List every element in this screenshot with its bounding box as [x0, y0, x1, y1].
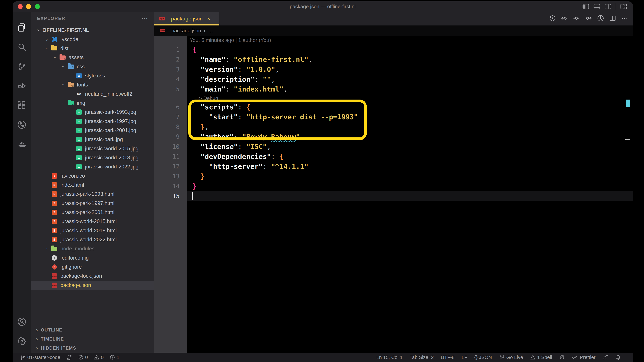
tree-item-style-css[interactable]: 3style.css [31, 71, 154, 80]
status-0[interactable]: 0 [94, 355, 104, 360]
sidebar-sections: ›OUTLINE›TIMELINE›HIDDEN ITEMS [31, 326, 154, 353]
breadcrumb-file[interactable]: package.json [172, 28, 201, 33]
code-line-11[interactable]: "devDependencies": { [187, 151, 633, 161]
tree-item-jurassic-park-1997-html[interactable]: 5jurassic-park-1997.html [31, 199, 154, 208]
tree-item--vscode[interactable]: ›.vscode [31, 35, 154, 44]
breadcrumb[interactable]: npm package.json › … [154, 25, 633, 36]
status-utf-8[interactable]: UTF-8 [441, 355, 454, 360]
tree-item-favicon-ico[interactable]: ★favicon.ico [31, 171, 154, 180]
tree-item-jurassic-park-2001-jpg[interactable]: ▲jurassic-park-2001.jpg [31, 126, 154, 135]
tree-item-jurassic-park-1997-jpg[interactable]: ▲jurassic-park-1997.jpg [31, 117, 154, 126]
open-change-icon[interactable] [573, 14, 580, 23]
toggle-panel-icon[interactable] [594, 4, 600, 9]
sidebar-section-outline[interactable]: ›OUTLINE [31, 326, 154, 335]
code-line-3[interactable]: "version": "1.0.0", [187, 64, 633, 74]
activitybar-search-icon[interactable] [12, 37, 31, 57]
tree-item-package-json[interactable]: npmpackage.json [31, 281, 154, 290]
breadcrumb-more[interactable]: … [208, 28, 213, 33]
tree-item-jurassic-park-2001-html[interactable]: 5jurassic-park-2001.html [31, 208, 154, 217]
activitybar-docker-icon[interactable] [12, 134, 31, 154]
tree-item-neuland-inline-woff2[interactable]: Aaneuland_inline.woff2 [31, 89, 154, 98]
activitybar-settings-icon[interactable] [12, 332, 31, 351]
tree-item-package-lock-json[interactable]: npmpackage-lock.json [31, 272, 154, 281]
status-label: Ln 15, Col 1 [376, 355, 402, 360]
tree-item-label: .vscode [60, 36, 78, 42]
status-prettier[interactable]: Prettier [572, 355, 596, 360]
activitybar-run-debug-icon[interactable] [12, 76, 31, 95]
tree-item-assets[interactable]: ›▤assets [31, 53, 154, 62]
activitybar-explorer-icon[interactable] [12, 18, 31, 37]
sidebar-section-hidden-items[interactable]: ›HIDDEN ITEMS [31, 344, 154, 353]
code-area[interactable]: You, 6 minutes ago | 1 author (You){ "na… [187, 36, 633, 353]
indent-spacer [43, 255, 51, 261]
overview-ruler-cursor-mark [626, 139, 630, 140]
customize-layout-icon[interactable] [620, 4, 627, 9]
tree-item-jurassic-park-1993-html[interactable]: 5jurassic-park-1993.html [31, 190, 154, 199]
more-icon[interactable] [621, 14, 628, 23]
tab-package-json[interactable]: npm package.json × [154, 12, 219, 25]
status-tab-size-2[interactable]: Tab Size: 2 [410, 355, 434, 360]
sidebar-section-timeline[interactable]: ›TIMELINE [31, 335, 154, 344]
line-number: 10 [154, 142, 187, 151]
status-muted-icon[interactable] [559, 355, 565, 360]
activitybar-source-control-icon[interactable] [12, 57, 31, 76]
tree-item-index-html[interactable]: 5index.html [31, 180, 154, 190]
code-line-5[interactable]: "main": "index.html", [187, 84, 633, 94]
tree-item-node-modules[interactable]: ›nnode_modules [31, 244, 154, 253]
status-go-live[interactable]: Go Live [499, 355, 523, 360]
activitybar-extensions-icon[interactable] [12, 95, 31, 115]
activitybar-accounts-icon[interactable] [12, 312, 31, 332]
tab-close-icon[interactable]: × [207, 15, 210, 22]
code-line-13[interactable]: } [187, 171, 633, 181]
toggle-sidebar-icon[interactable] [582, 4, 589, 9]
explorer-more-actions-icon[interactable]: ··· [142, 15, 148, 22]
toggle-secondary-sidebar-icon[interactable] [604, 4, 611, 9]
folder-dist-icon [51, 46, 58, 50]
status-1-spell[interactable]: 1 Spell [530, 355, 552, 360]
status-ln-15-col-1[interactable]: Ln 15, Col 1 [376, 355, 402, 360]
status-1[interactable]: 1 [110, 355, 120, 360]
tree-item-css[interactable]: ›3css [31, 62, 154, 71]
next-change-icon[interactable] [585, 14, 592, 23]
tree-item-jurassic-world-2022-html[interactable]: 5jurassic-world-2022.html [31, 235, 154, 244]
status-0[interactable]: 0 [78, 355, 88, 360]
tree-item-offline-first-nl[interactable]: ›OFFLINE-FIRST.NL [31, 26, 154, 35]
chevron-collapsed-icon: › [33, 345, 41, 351]
tree-item-jurassic-world-2015-html[interactable]: 5jurassic-world-2015.html [31, 217, 154, 226]
status-01-starter-code[interactable]: 01-starter-code [20, 355, 60, 360]
tree-item-jurassic-park-jpg[interactable]: ▲jurassic-park.jpg [31, 135, 154, 144]
tree-item--gitignore[interactable]: ⑂.gitignore [31, 263, 154, 272]
token-str: "offline-first.nl" [234, 55, 308, 63]
tree-item-jurassic-world-2022-jpg[interactable]: ▲jurassic-world-2022.jpg [31, 162, 154, 171]
line-number: 13 [154, 171, 187, 181]
file-history-icon[interactable] [597, 14, 604, 23]
status-feedback-icon[interactable] [602, 355, 608, 360]
code-line-4[interactable]: "description": "", [187, 74, 633, 84]
gitlens-blame-annotation[interactable]: You, 6 minutes ago | 1 author (You) [187, 36, 633, 44]
status--json[interactable]: {} JSON [474, 355, 492, 360]
html-icon: 5 [51, 210, 58, 215]
prev-change-icon[interactable] [561, 14, 568, 23]
tab-label: package.json [171, 15, 203, 22]
tree-item-jurassic-park-1993-jpg[interactable]: ▲jurassic-park-1993.jpg [31, 108, 154, 117]
tree-item-fonts[interactable]: ›Aafonts [31, 80, 154, 89]
tree-item-img[interactable]: ›▲img [31, 98, 154, 108]
code-line-1[interactable]: { [187, 44, 633, 54]
activitybar-gitlens-icon[interactable] [12, 115, 31, 134]
tree-item--editorconfig[interactable]: e.editorconfig [31, 253, 154, 263]
status-sync-icon[interactable] [66, 355, 72, 360]
code-line-2[interactable]: "name": "offline-first.nl", [187, 54, 633, 64]
code-line-14[interactable]: } [187, 181, 633, 191]
tree-item-jurassic-world-2018-html[interactable]: 5jurassic-world-2018.html [31, 226, 154, 235]
status-lf[interactable]: LF [462, 355, 467, 360]
status-bar: 01-starter-code001 Ln 15, Col 1Tab Size:… [12, 353, 633, 362]
status-bell-icon[interactable] [615, 355, 621, 360]
tree-item-dist[interactable]: ›dist [31, 44, 154, 53]
tree-item-label: jurassic-world-2015.jpg [85, 146, 138, 152]
tree-item-jurassic-world-2018-jpg[interactable]: ▲jurassic-world-2018.jpg [31, 153, 154, 162]
split-editor-icon[interactable] [609, 14, 616, 23]
tree-item-jurassic-world-2015-jpg[interactable]: ▲jurassic-world-2015.jpg [31, 144, 154, 153]
code-line-12[interactable]: "http-server": "^14.1.1" [187, 161, 633, 171]
history-icon[interactable] [548, 14, 556, 23]
code-line-10[interactable]: "license": "ISC", [187, 142, 633, 151]
